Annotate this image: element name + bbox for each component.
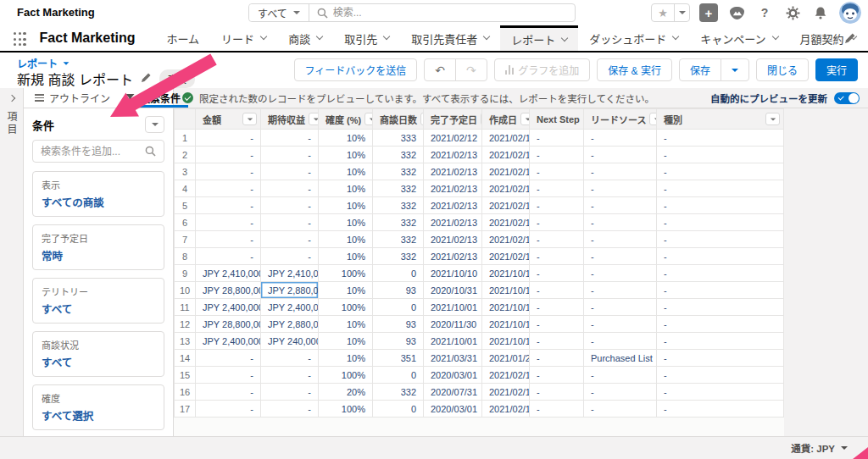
- table-cell[interactable]: 0: [373, 367, 424, 384]
- filter-card[interactable]: 完了予定日 常時: [32, 224, 164, 270]
- add-chart-button[interactable]: グラフを追加: [494, 58, 591, 81]
- nav-tab[interactable]: リード: [210, 25, 277, 51]
- table-cell[interactable]: -: [530, 401, 584, 418]
- table-cell[interactable]: -: [657, 130, 784, 147]
- column-header[interactable]: 金額: [196, 109, 261, 130]
- table-cell[interactable]: 2021/01/25: [482, 350, 530, 367]
- table-cell[interactable]: 332: [373, 180, 424, 197]
- favorites-dropdown[interactable]: [674, 4, 689, 21]
- quick-add-icon[interactable]: +: [699, 3, 718, 22]
- table-cell[interactable]: 2021/10/10: [482, 282, 530, 299]
- user-avatar[interactable]: [839, 2, 861, 24]
- table-cell[interactable]: -: [196, 147, 261, 163]
- table-cell[interactable]: JPY 2,880,000: [261, 316, 319, 333]
- table-cell[interactable]: 10%: [319, 197, 373, 214]
- table-cell[interactable]: -: [196, 401, 261, 418]
- table-cell[interactable]: 100%: [319, 265, 373, 282]
- table-cell[interactable]: JPY 240,000: [261, 333, 319, 350]
- table-cell[interactable]: 332: [373, 384, 424, 401]
- table-cell[interactable]: 2021/10/10: [482, 316, 530, 333]
- table-cell[interactable]: -: [584, 130, 657, 147]
- nav-tab[interactable]: レポート: [500, 25, 578, 51]
- table-cell[interactable]: 2021/10/01: [424, 333, 482, 350]
- currency-dropdown[interactable]: [841, 446, 848, 450]
- table-cell[interactable]: -: [530, 299, 584, 316]
- table-cell[interactable]: -: [657, 367, 784, 384]
- column-header[interactable]: リードソース: [584, 109, 657, 130]
- undo-button[interactable]: ↶: [424, 58, 456, 81]
- filter-card[interactable]: 表示 すべての商談: [32, 171, 164, 217]
- table-cell[interactable]: 10%: [319, 180, 373, 197]
- table-cell[interactable]: -: [657, 384, 784, 401]
- table-cell[interactable]: -: [196, 197, 261, 214]
- table-cell[interactable]: 2021/02/13: [482, 197, 530, 214]
- table-cell[interactable]: 2021/02/13: [482, 384, 530, 401]
- table-cell[interactable]: 2021/02/13: [482, 401, 530, 418]
- table-cell[interactable]: JPY 2,410,000: [196, 265, 261, 282]
- save-and-run-button[interactable]: 保存 & 実行: [597, 58, 672, 81]
- table-cell[interactable]: -: [584, 265, 657, 282]
- tab-filters[interactable]: 検索条件: [118, 88, 188, 108]
- tab-outline[interactable]: アウトライン: [27, 88, 118, 108]
- table-cell[interactable]: -: [584, 316, 657, 333]
- help-icon[interactable]: ?: [755, 3, 774, 22]
- edit-nav-pencil-icon[interactable]: [844, 32, 856, 47]
- nav-tab[interactable]: 商談: [277, 25, 333, 51]
- table-cell[interactable]: 2021/02/12: [424, 130, 482, 147]
- table-cell[interactable]: -: [584, 163, 657, 180]
- table-cell[interactable]: JPY 28,800,000: [196, 316, 261, 333]
- column-filter-button[interactable]: [364, 113, 372, 125]
- table-cell[interactable]: 2021/02/13: [482, 214, 530, 231]
- table-cell[interactable]: -: [196, 350, 261, 367]
- table-cell[interactable]: 2020/03/01: [424, 401, 482, 418]
- table-cell[interactable]: 2020/03/01: [424, 367, 482, 384]
- table-cell[interactable]: -: [584, 299, 657, 316]
- table-cell[interactable]: 10%: [319, 248, 373, 265]
- table-cell[interactable]: 2020/10/31: [424, 282, 482, 299]
- table-cell[interactable]: -: [261, 163, 319, 180]
- table-cell[interactable]: -: [261, 147, 319, 163]
- table-cell[interactable]: 93: [373, 316, 424, 333]
- nav-tab[interactable]: 取引先: [333, 25, 400, 51]
- table-cell[interactable]: 10%: [319, 316, 373, 333]
- table-cell[interactable]: 0: [373, 299, 424, 316]
- notifications-bell-icon[interactable]: [811, 3, 830, 22]
- table-cell[interactable]: -: [530, 248, 584, 265]
- table-cell[interactable]: -: [530, 316, 584, 333]
- column-filter-button[interactable]: [765, 113, 780, 125]
- table-cell[interactable]: 20%: [319, 384, 373, 401]
- table-cell[interactable]: -: [584, 197, 657, 214]
- expand-fields-chevron-icon[interactable]: [8, 95, 14, 102]
- table-cell[interactable]: -: [657, 316, 784, 333]
- table-cell[interactable]: -: [584, 367, 657, 384]
- table-cell[interactable]: -: [530, 367, 584, 384]
- redo-button[interactable]: ↷: [455, 58, 487, 81]
- table-cell[interactable]: -: [657, 214, 784, 231]
- table-cell[interactable]: 2021/03/31: [424, 350, 482, 367]
- table-cell[interactable]: -: [261, 350, 319, 367]
- table-cell[interactable]: -: [657, 333, 784, 350]
- table-cell[interactable]: 2021/02/13: [482, 180, 530, 197]
- table-cell[interactable]: 2021/02/12: [482, 130, 530, 147]
- table-cell[interactable]: -: [261, 231, 319, 248]
- column-filter-button[interactable]: [420, 113, 424, 125]
- save-dropdown-button[interactable]: [721, 58, 749, 81]
- table-cell[interactable]: -: [196, 214, 261, 231]
- table-cell[interactable]: -: [584, 147, 657, 163]
- table-cell[interactable]: 2020/07/31: [424, 384, 482, 401]
- table-cell[interactable]: -: [584, 214, 657, 231]
- table-cell[interactable]: -: [584, 333, 657, 350]
- table-cell[interactable]: -: [261, 367, 319, 384]
- nav-tab[interactable]: キャンペーン: [689, 25, 788, 51]
- table-cell[interactable]: 332: [373, 231, 424, 248]
- table-cell[interactable]: 100%: [319, 401, 373, 418]
- setup-gear-icon[interactable]: [783, 3, 802, 22]
- table-cell[interactable]: 2021/02/13: [424, 248, 482, 265]
- table-cell[interactable]: -: [196, 231, 261, 248]
- table-cell[interactable]: -: [261, 248, 319, 265]
- table-cell[interactable]: -: [530, 163, 584, 180]
- focused-cell[interactable]: JPY 2,880,000: [261, 282, 319, 299]
- search-scope-dropdown[interactable]: すべて: [249, 4, 309, 21]
- trailhead-help-icon[interactable]: [727, 3, 746, 22]
- table-cell[interactable]: -: [196, 248, 261, 265]
